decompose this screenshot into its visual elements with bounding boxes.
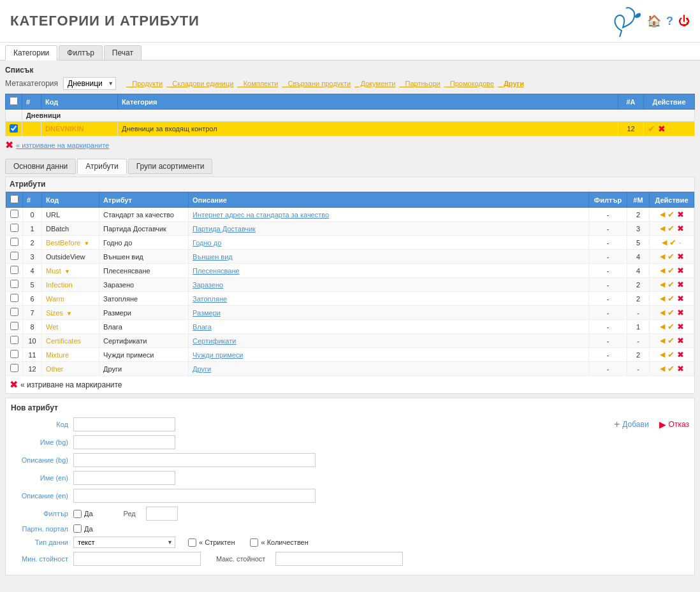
delete-icon[interactable]: ✖: [658, 124, 666, 134]
table-row[interactable]: 1 DBatch Партида Доставчик Партида Доста…: [6, 222, 694, 236]
row-num: 6: [23, 292, 42, 306]
table-row[interactable]: 12 Other Други Други - - ◀ ✔ ✖: [6, 362, 694, 376]
delete-row-icon[interactable]: ✖: [677, 308, 684, 317]
help-icon[interactable]: ?: [666, 15, 673, 28]
tab-print[interactable]: Печат: [104, 45, 142, 60]
tick-icon[interactable]: ✔: [667, 322, 674, 331]
delete-row-icon[interactable]: ✖: [677, 350, 684, 359]
max-value-input[interactable]: [275, 552, 403, 566]
row-check[interactable]: [6, 334, 23, 348]
tab-filter[interactable]: Филтър: [59, 45, 103, 60]
meta-link-related[interactable]: _ Свързани продукти: [282, 80, 351, 87]
cancel-button[interactable]: ▶ Отказ: [659, 419, 689, 430]
delete-row-icon[interactable]: ✖: [677, 364, 684, 373]
order-input[interactable]: [146, 507, 178, 521]
tick-icon[interactable]: ✔: [667, 294, 674, 303]
partner-portal-checkbox[interactable]: [73, 524, 82, 533]
row-check[interactable]: [6, 250, 23, 264]
form-row-code: Код + Добави ▶ Отказ: [11, 417, 689, 431]
table-row[interactable]: 2 BestBefore ▼ Годно до Годно до - 5 ◀ ✔…: [6, 236, 694, 250]
table-row[interactable]: 7 Sizes ▼ Размери Размери - - ◀ ✔ ✖: [6, 306, 694, 320]
desc-bg-input[interactable]: [73, 453, 316, 467]
attr-delete-icon[interactable]: ✖: [10, 379, 18, 391]
row-description: Партида Доставчик: [189, 222, 589, 236]
meta-link-products[interactable]: _ Продукти: [126, 80, 163, 87]
filter-checkbox[interactable]: [73, 510, 82, 518]
attr-delete-link[interactable]: « изтриване на маркираните: [20, 380, 122, 389]
row-check[interactable]: [6, 278, 23, 292]
row-attribute: Затопляне: [99, 292, 189, 306]
tick-icon[interactable]: ✔: [667, 336, 674, 345]
row-check[interactable]: [6, 222, 23, 236]
cat-delete-link[interactable]: « изтриване на маркираните: [16, 141, 109, 149]
delete-row-icon[interactable]: ✖: [677, 224, 684, 233]
table-row[interactable]: 10 Certificates Сертификати Сертификати …: [6, 334, 694, 348]
tick-icon[interactable]: ✔: [667, 308, 674, 317]
table-row[interactable]: 0 URL Стандарт за качество Интернет адре…: [6, 208, 694, 222]
table-row[interactable]: 6 Warm Затопляне Затопляне - 2 ◀ ✔ ✖: [6, 292, 694, 306]
meta-link-kits[interactable]: _ Комплекти: [237, 80, 278, 87]
meta-link-stock[interactable]: _ Складови единици: [166, 80, 233, 87]
row-check[interactable]: [6, 292, 23, 306]
name-en-input[interactable]: [73, 471, 175, 485]
tick-icon[interactable]: ✔: [667, 210, 674, 219]
row-check[interactable]: [6, 306, 23, 320]
home-icon[interactable]: 🏠: [647, 14, 661, 28]
approve-icon[interactable]: ✔: [648, 124, 655, 134]
tick-icon[interactable]: ✔: [667, 364, 674, 373]
meta-link-partners[interactable]: _ Партньори: [399, 80, 440, 87]
power-icon[interactable]: ⏻: [678, 15, 690, 28]
delete-row-icon[interactable]: ✖: [677, 252, 684, 261]
cat-delete-icon[interactable]: ✖: [5, 139, 13, 151]
tab-assortment-groups[interactable]: Групи асортименти: [128, 159, 213, 174]
delete-row-icon[interactable]: ✖: [677, 336, 684, 345]
meta-link-docs[interactable]: _ Документи: [354, 80, 395, 87]
tick-icon[interactable]: ✔: [667, 224, 674, 233]
tab-basic-data[interactable]: Основни данни: [5, 159, 76, 174]
name-en-label: Име (en): [11, 474, 68, 482]
delete-row-icon[interactable]: ✖: [677, 266, 684, 275]
table-row[interactable]: 8 Wet Влага Влага - 1 ◀ ✔ ✖: [6, 320, 694, 334]
row-check[interactable]: [6, 208, 23, 222]
row-check[interactable]: [6, 236, 23, 250]
quantity-checkbox[interactable]: [250, 538, 258, 547]
tab-attributes[interactable]: Атрибути: [77, 159, 126, 174]
delete-row-icon[interactable]: ✖: [677, 280, 684, 289]
row-check[interactable]: [6, 122, 22, 136]
delete-row-icon[interactable]: ✖: [677, 322, 684, 331]
table-row[interactable]: DNEVNIKIN Дневници за входящ контрол 12 …: [6, 122, 695, 136]
row-check[interactable]: [6, 320, 23, 334]
data-type-select[interactable]: текст число дата булев: [73, 537, 175, 548]
small-chevron-icon: ◀: [660, 365, 665, 373]
form-row-min-max: Мин. стойност Макс. стойност: [11, 552, 689, 566]
select-all-cat[interactable]: [10, 97, 18, 105]
partner-portal-label: Партн. портал: [11, 525, 68, 533]
meta-link-others[interactable]: _ Други: [498, 80, 524, 87]
tab-categories[interactable]: Категории: [5, 45, 57, 61]
table-row[interactable]: 5 Infection Заразено Заразено - 2 ◀ ✔ ✖: [6, 278, 694, 292]
desc-en-input[interactable]: [73, 489, 316, 503]
table-row[interactable]: 4 Must ▼ Плесенясване Плесенясване - 4 ◀…: [6, 264, 694, 278]
row-category: Дневници за входящ контрол: [118, 122, 618, 136]
tick-icon[interactable]: ✔: [667, 252, 674, 261]
meta-select[interactable]: Дневници: [63, 77, 116, 90]
code-input[interactable]: [73, 417, 175, 431]
row-check[interactable]: [6, 362, 23, 376]
min-value-input[interactable]: [73, 552, 201, 566]
tick-icon[interactable]: ✔: [669, 238, 676, 247]
meta-link-promo[interactable]: _ Промокодове: [444, 80, 494, 87]
tick-icon[interactable]: ✔: [667, 280, 674, 289]
table-row[interactable]: 11 Mixture Чужди примеси Чужди примеси -…: [6, 348, 694, 362]
add-button[interactable]: + Добави: [614, 419, 649, 430]
row-check[interactable]: [6, 264, 23, 278]
tick-icon[interactable]: ✔: [667, 350, 674, 359]
strict-checkbox[interactable]: [188, 538, 196, 547]
table-row[interactable]: 3 OutsideView Външен вид Външен вид - 4 …: [6, 250, 694, 264]
new-attr-section: Нов атрибут Код + Добави ▶ Отказ Име (bg…: [5, 398, 695, 575]
delete-row-icon[interactable]: ✖: [677, 294, 684, 303]
name-bg-input[interactable]: [73, 435, 175, 449]
select-all-attr[interactable]: [10, 195, 18, 203]
row-check[interactable]: [6, 348, 23, 362]
tick-icon[interactable]: ✔: [667, 266, 674, 275]
delete-row-icon[interactable]: ✖: [677, 210, 684, 219]
